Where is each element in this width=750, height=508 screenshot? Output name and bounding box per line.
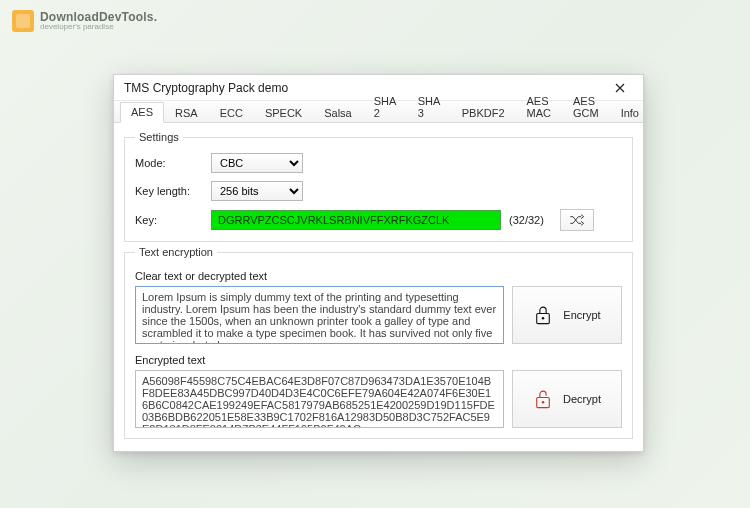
lock-icon — [533, 304, 553, 326]
encrypted-text[interactable] — [135, 370, 504, 428]
tab-sha-2[interactable]: SHA 2 — [363, 91, 407, 123]
key-input[interactable] — [211, 210, 501, 230]
mode-select[interactable]: CBC — [211, 153, 303, 173]
unlock-icon — [533, 388, 553, 410]
key-counter: (32/32) — [509, 214, 544, 226]
tab-info[interactable]: Info — [610, 103, 650, 123]
tab-bar: AESRSAECCSPECKSalsaSHA 2SHA 3PBKDF2AES M… — [114, 101, 643, 123]
brand-tagline: developer's paradise — [40, 23, 157, 31]
brand-logo — [12, 10, 34, 32]
app-window: TMS Cryptography Pack demo AESRSAECCSPEC… — [113, 74, 644, 452]
tab-salsa[interactable]: Salsa — [313, 103, 363, 123]
brand: DownloadDevTools. developer's paradise — [12, 10, 157, 32]
mode-label: Mode: — [135, 157, 203, 169]
shuffle-button[interactable] — [560, 209, 594, 231]
shuffle-icon — [569, 213, 585, 227]
clear-text[interactable] — [135, 286, 504, 344]
tab-speck[interactable]: SPECK — [254, 103, 313, 123]
keylen-select[interactable]: 256 bits — [211, 181, 303, 201]
decrypt-button[interactable]: Decrypt — [512, 370, 622, 428]
window-title: TMS Cryptography Pack demo — [124, 81, 288, 95]
clear-label: Clear text or decrypted text — [135, 270, 622, 282]
encrypt-label: Encrypt — [563, 309, 600, 321]
svg-point-1 — [542, 317, 545, 320]
tab-aes-gcm[interactable]: AES GCM — [562, 91, 610, 123]
tab-pbkdf2[interactable]: PBKDF2 — [451, 103, 516, 123]
tab-ecc[interactable]: ECC — [209, 103, 254, 123]
encrypt-button[interactable]: Encrypt — [512, 286, 622, 344]
textenc-legend: Text encryption — [135, 246, 217, 258]
tab-rsa[interactable]: RSA — [164, 103, 209, 123]
enc-label: Encrypted text — [135, 354, 622, 366]
tab-aes[interactable]: AES — [120, 102, 164, 123]
tab-aes-mac[interactable]: AES MAC — [516, 91, 562, 123]
close-icon — [615, 83, 625, 93]
svg-point-3 — [542, 401, 545, 404]
settings-legend: Settings — [135, 131, 183, 143]
key-label: Key: — [135, 214, 203, 226]
tab-sha-3[interactable]: SHA 3 — [407, 91, 451, 123]
keylen-label: Key length: — [135, 185, 203, 197]
textenc-group: Text encryption Clear text or decrypted … — [124, 246, 633, 439]
decrypt-label: Decrypt — [563, 393, 601, 405]
settings-group: Settings Mode: CBC Key length: 256 bits … — [124, 131, 633, 242]
